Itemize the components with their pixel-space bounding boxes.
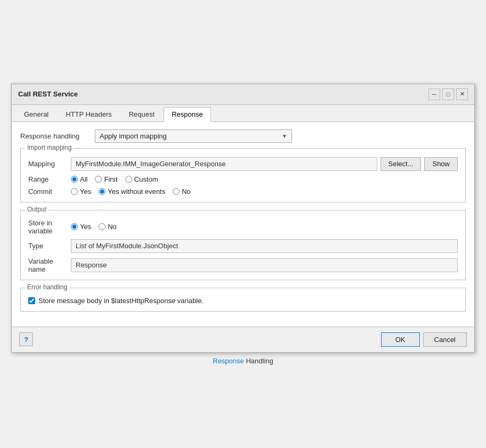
page-caption: Response Handling — [213, 357, 273, 365]
minimize-button[interactable]: ─ — [428, 88, 440, 100]
mapping-label: Mapping — [28, 160, 71, 168]
range-first-label: First — [104, 175, 117, 183]
store-no-radio[interactable] — [99, 223, 106, 230]
dialog-title: Call REST Service — [18, 90, 78, 98]
range-first-option[interactable]: First — [95, 175, 117, 183]
type-row: Type — [28, 239, 458, 253]
store-no-label: No — [108, 223, 117, 231]
variable-name-input[interactable] — [71, 258, 458, 272]
commit-yes-option[interactable]: Yes — [71, 188, 91, 196]
dialog-footer: ? OK Cancel — [12, 327, 474, 352]
commit-row: Commit Yes Yes without events No — [28, 188, 458, 196]
tab-response[interactable]: Response — [164, 107, 211, 122]
range-label: Range — [28, 175, 71, 183]
commit-no-radio[interactable] — [173, 188, 180, 195]
title-bar-buttons: ─ □ ✕ — [428, 88, 468, 100]
range-all-option[interactable]: All — [71, 175, 87, 183]
response-handling-value: Apply import mapping — [100, 132, 167, 140]
variable-name-row: Variable name — [28, 257, 458, 273]
store-yes-radio[interactable] — [71, 223, 78, 230]
store-in-variable-radio-group: Yes No — [71, 223, 117, 231]
select-button[interactable]: Select... — [380, 157, 422, 171]
commit-yes-label: Yes — [80, 188, 91, 196]
caption-plain: Handling — [244, 357, 273, 365]
error-handling-legend: Error handling — [25, 283, 69, 291]
variable-name-label: Variable name — [28, 257, 71, 273]
cancel-button[interactable]: Cancel — [423, 332, 467, 347]
ok-button[interactable]: OK — [381, 332, 420, 347]
import-mapping-section: Import mapping Mapping Select... Show Ra… — [20, 148, 466, 202]
output-legend: Output — [25, 206, 48, 213]
show-button[interactable]: Show — [424, 157, 458, 171]
store-yes-option[interactable]: Yes — [71, 223, 91, 231]
response-handling-dropdown[interactable]: Apply import mapping ▼ — [95, 129, 292, 143]
range-custom-option[interactable]: Custom — [125, 175, 158, 183]
range-all-label: All — [80, 175, 87, 183]
store-yes-label: Yes — [80, 223, 91, 231]
footer-buttons: OK Cancel — [381, 332, 467, 347]
maximize-button[interactable]: □ — [442, 88, 454, 100]
tab-general[interactable]: General — [16, 107, 56, 121]
commit-label: Commit — [28, 188, 71, 196]
dialog: Call REST Service ─ □ ✕ General HTTP Hea… — [11, 84, 475, 353]
type-input[interactable] — [71, 239, 458, 253]
store-message-body-label: Store message body in $latestHttpRespons… — [38, 297, 204, 305]
mapping-input[interactable] — [71, 157, 377, 171]
commit-radio-group: Yes Yes without events No — [71, 188, 191, 196]
commit-no-label: No — [182, 188, 191, 196]
store-in-variable-row: Store in variable Yes No — [28, 219, 458, 235]
range-row: Range All First Custom — [28, 175, 458, 183]
close-button[interactable]: ✕ — [456, 88, 468, 100]
tab-bar: General HTTP Headers Request Response — [12, 105, 474, 122]
response-handling-label: Response handling — [20, 132, 95, 140]
range-radio-group: All First Custom — [71, 175, 158, 183]
help-button[interactable]: ? — [19, 332, 33, 346]
chevron-down-icon: ▼ — [282, 133, 287, 139]
type-label: Type — [28, 242, 71, 250]
title-bar: Call REST Service ─ □ ✕ — [12, 84, 474, 105]
store-no-option[interactable]: No — [99, 223, 117, 231]
output-section: Output Store in variable Yes No — [20, 210, 466, 280]
import-mapping-content: Mapping Select... Show Range All — [28, 157, 458, 196]
store-message-body-checkbox[interactable] — [28, 297, 35, 304]
dialog-content: Response handling Apply import mapping ▼… — [12, 122, 474, 327]
commit-no-option[interactable]: No — [173, 188, 191, 196]
mapping-row: Mapping Select... Show — [28, 157, 458, 171]
range-custom-radio[interactable] — [125, 176, 132, 183]
tab-request[interactable]: Request — [121, 107, 163, 121]
range-first-radio[interactable] — [95, 176, 102, 183]
error-handling-content: Store message body in $latestHttpRespons… — [28, 297, 458, 305]
store-in-variable-label: Store in variable — [28, 219, 71, 235]
tab-http-headers[interactable]: HTTP Headers — [58, 107, 119, 121]
output-content: Store in variable Yes No Type — [28, 219, 458, 273]
range-custom-label: Custom — [134, 175, 158, 183]
response-handling-row: Response handling Apply import mapping ▼ — [20, 129, 466, 143]
commit-yes-without-events-option[interactable]: Yes without events — [99, 188, 165, 196]
commit-yes-radio[interactable] — [71, 188, 78, 195]
error-handling-section: Error handling Store message body in $la… — [20, 288, 466, 312]
commit-yes-without-events-label: Yes without events — [108, 188, 165, 196]
store-message-body-option[interactable]: Store message body in $latestHttpRespons… — [28, 297, 458, 305]
commit-yes-without-events-radio[interactable] — [99, 188, 106, 195]
caption-colored: Response — [213, 357, 244, 365]
range-all-radio[interactable] — [71, 176, 78, 183]
import-mapping-legend: Import mapping — [25, 144, 74, 151]
